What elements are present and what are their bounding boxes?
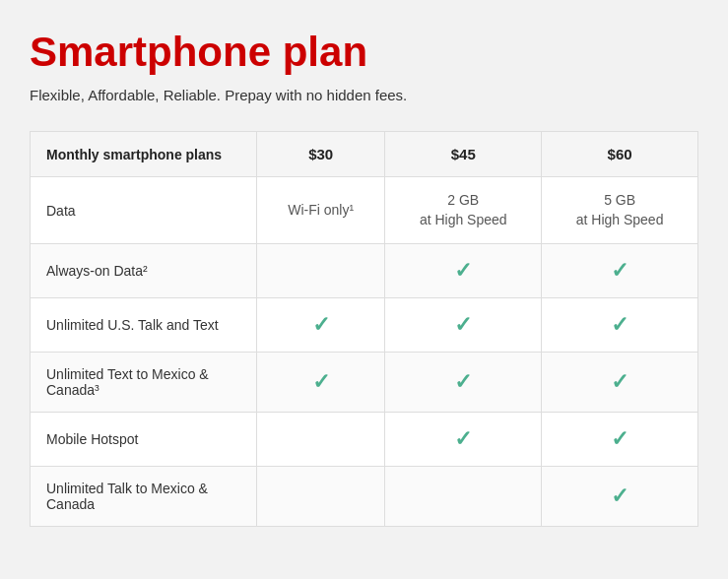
feature-cell: Unlimited Talk to Mexico & Canada [31,467,257,527]
plan-cell [257,467,385,527]
plan-cell: 5 GB at High Speed [542,177,698,244]
plan-cell: ✓ [542,413,698,467]
page-title: Smartphone plan [30,30,698,75]
page-subtitle: Flexible, Affordable, Reliable. Prepay w… [30,87,698,103]
data-value: Wi-Fi only¹ [288,202,354,218]
feature-cell: Unlimited Text to Mexico & Canada³ [31,353,257,413]
feature-cell: Always-on Data² [31,244,257,298]
data-value: 5 GB at High Speed [576,192,664,227]
plan-cell: Wi-Fi only¹ [257,177,385,244]
checkmark-icon: ✓ [312,369,330,394]
table-row: Unlimited Text to Mexico & Canada³✓✓✓ [31,353,698,413]
plan-cell [385,467,542,527]
checkmark-icon: ✓ [454,369,472,394]
table-row: Unlimited U.S. Talk and Text✓✓✓ [31,298,698,353]
col-60-header: $60 [542,132,698,177]
plan-cell: ✓ [385,244,542,298]
table-header-row: Monthly smartphone plans $30 $45 $60 [31,132,698,177]
plan-cell [257,244,385,298]
col-45-header: $45 [385,132,542,177]
plan-cell: ✓ [542,353,698,413]
checkmark-icon: ✓ [611,258,629,283]
col-30-header: $30 [257,132,385,177]
feature-cell: Mobile Hotspot [31,413,257,467]
table-row: Always-on Data²✓✓ [31,244,698,298]
plan-cell: 2 GB at High Speed [385,177,542,244]
plan-cell: ✓ [542,298,698,353]
feature-cell: Unlimited U.S. Talk and Text [31,298,257,353]
plan-cell: ✓ [385,413,542,467]
checkmark-icon: ✓ [611,312,629,337]
plan-cell: ✓ [385,298,542,353]
col-feature-header: Monthly smartphone plans [31,132,257,177]
checkmark-icon: ✓ [611,426,629,451]
checkmark-icon: ✓ [454,258,472,283]
plan-cell: ✓ [542,244,698,298]
table-row: DataWi-Fi only¹2 GB at High Speed5 GB at… [31,177,698,244]
table-row: Unlimited Talk to Mexico & Canada✓ [31,467,698,527]
plan-cell: ✓ [542,467,698,527]
checkmark-icon: ✓ [454,426,472,451]
checkmark-icon: ✓ [611,483,629,508]
data-value: 2 GB at High Speed [420,192,507,227]
feature-cell: Data [31,177,257,244]
plan-cell: ✓ [257,353,385,413]
plan-cell: ✓ [257,298,385,353]
plan-cell: ✓ [385,353,542,413]
table-row: Mobile Hotspot✓✓ [31,413,698,467]
checkmark-icon: ✓ [611,369,629,394]
checkmark-icon: ✓ [312,312,330,337]
plan-cell [257,413,385,467]
checkmark-icon: ✓ [454,312,472,337]
plan-comparison-table: Monthly smartphone plans $30 $45 $60 Dat… [30,131,698,527]
